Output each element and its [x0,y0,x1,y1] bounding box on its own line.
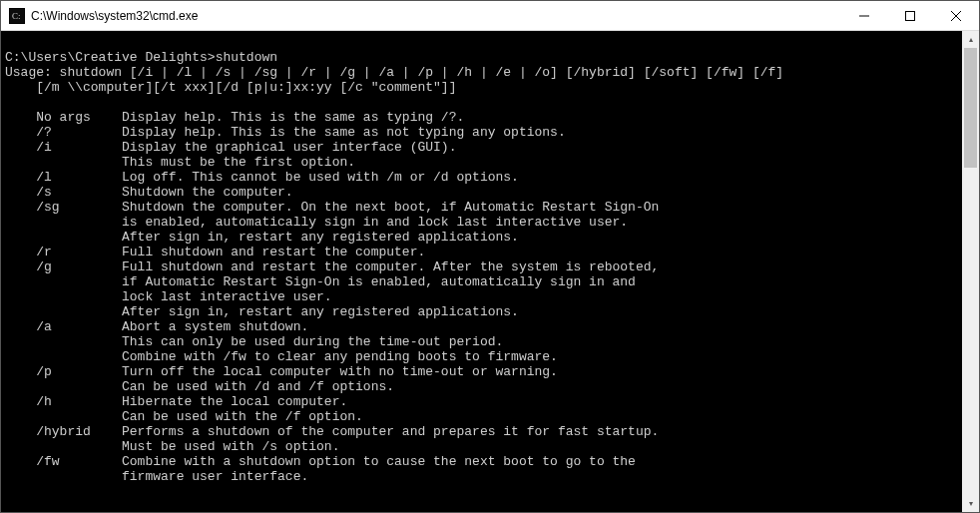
terminal-line: /i Display the graphical user interface … [5,140,962,155]
close-button[interactable] [933,1,979,30]
titlebar[interactable]: C: C:\Windows\system32\cmd.exe [1,1,979,31]
terminal-line: /fw Combine with a shutdown option to ca… [5,454,962,469]
terminal-line: /r Full shutdown and restart the compute… [5,245,962,259]
terminal-line: After sign in, restart any registered ap… [5,230,962,245]
terminal-line: Combine with /fw to clear any pending bo… [5,349,962,364]
cmd-window: C: C:\Windows\system32\cmd.exe C:\Users\… [0,0,980,513]
terminal-line: This must be the first option. [5,155,962,170]
terminal-line [5,95,962,110]
minimize-button[interactable] [841,1,887,30]
terminal-line: [/m \\computer][/t xxx][/d [p|u:]xx:yy [… [5,80,962,95]
terminal-line: /a Abort a system shutdown. [5,319,962,334]
terminal-line: Usage: shutdown [/i | /l | /s | /sg | /r… [5,65,962,80]
terminal-line: /sg Shutdown the computer. On the next b… [5,200,962,215]
maximize-button[interactable] [887,1,933,30]
vertical-scrollbar[interactable]: ▴ ▾ [962,31,979,512]
terminal-line: firmware user interface. [5,469,962,484]
terminal-line: /p Turn off the local computer with no t… [5,364,962,379]
terminal-line: /h Hibernate the local computer. [5,394,962,409]
terminal-line: Can be used with /d and /f options. [5,379,962,394]
terminal-line [5,35,962,50]
scroll-thumb[interactable] [964,48,977,168]
terminal-line: This can only be used during the time-ou… [5,334,962,349]
terminal-output[interactable]: C:\Users\Creative Delights>shutdownUsage… [1,31,962,512]
scroll-up-button[interactable]: ▴ [962,31,979,48]
terminal-line: After sign in, restart any registered ap… [5,304,962,319]
terminal-line: /s Shutdown the computer. [5,185,962,200]
window-controls [841,1,979,30]
terminal-line: Must be used with /s option. [5,439,962,454]
cmd-icon: C: [9,8,25,24]
terminal-line: C:\Users\Creative Delights>shutdown [5,50,962,65]
terminal-line: /g Full shutdown and restart the compute… [5,259,962,274]
terminal-line: /hybrid Performs a shutdown of the compu… [5,424,962,439]
svg-rect-4 [906,11,915,20]
terminal-line: No args Display help. This is the same a… [5,110,962,125]
svg-text:C:: C: [12,11,21,21]
window-title: C:\Windows\system32\cmd.exe [31,9,841,23]
client-area: C:\Users\Creative Delights>shutdownUsage… [1,31,979,512]
scroll-track[interactable] [962,48,979,495]
terminal-line: /l Log off. This cannot be used with /m … [5,170,962,185]
terminal-line: is enabled, automatically sign in and lo… [5,215,962,230]
terminal-line: Can be used with the /f option. [5,409,962,424]
scroll-down-button[interactable]: ▾ [962,495,979,512]
terminal-line: if Automatic Restart Sign-On is enabled,… [5,274,962,289]
terminal-line: lock last interactive user. [5,289,962,304]
terminal-line: /? Display help. This is the same as not… [5,125,962,140]
